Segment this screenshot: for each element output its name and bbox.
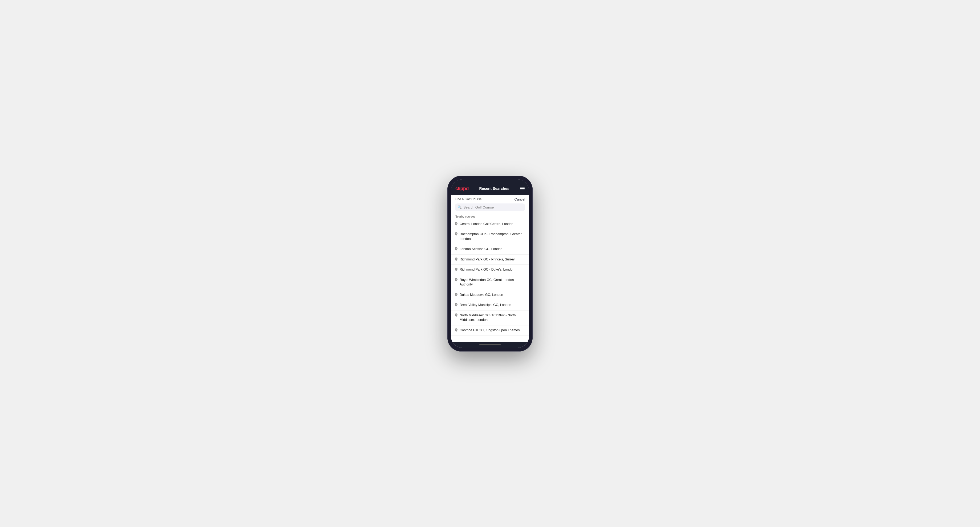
course-list-item[interactable]: Roehampton Club - Roehampton, Greater Lo… [451, 229, 529, 244]
header-title: Recent Searches [479, 186, 509, 190]
status-bar [451, 179, 529, 183]
search-input[interactable] [463, 205, 522, 209]
course-name: London Scottish GC, London [460, 247, 503, 252]
find-label: Find a Golf Course [455, 197, 482, 201]
app-logo: clippd [455, 186, 469, 192]
search-box: 🔍 [455, 203, 525, 211]
course-name: Central London Golf Centre, London [460, 222, 514, 227]
location-pin-icon [455, 222, 458, 226]
course-list-item[interactable]: Brent Valley Municipal GC, London [451, 300, 529, 311]
course-name: Dukes Meadows GC, London [460, 293, 503, 297]
course-name: Roehampton Club - Roehampton, Greater Lo… [460, 232, 525, 241]
content-area: Find a Golf Course Cancel 🔍 Nearby cours… [451, 195, 529, 342]
location-pin-icon [455, 303, 458, 307]
course-list-item[interactable]: London Scottish GC, London [451, 244, 529, 255]
course-list-item[interactable]: Central London Golf Centre, London [451, 219, 529, 230]
location-pin-icon [455, 232, 458, 237]
find-bar: Find a Golf Course Cancel [451, 195, 529, 203]
phone-device: clippd Recent Searches Find a Golf Cours… [447, 176, 533, 351]
course-name: Coombe Hill GC, Kingston upon Thames [460, 328, 520, 333]
location-pin-icon [455, 329, 458, 333]
location-pin-icon [455, 278, 458, 282]
nearby-section-label: Nearby courses [451, 213, 529, 219]
course-name: Richmond Park GC - Duke's, London [460, 267, 514, 272]
course-list-item[interactable]: Richmond Park GC - Duke's, London [451, 265, 529, 275]
course-list-item[interactable]: North Middlesex GC (1011942 - North Midd… [451, 311, 529, 325]
course-list-item[interactable]: Richmond Park GC - Prince's, Surrey [451, 255, 529, 265]
location-pin-icon [455, 313, 458, 318]
search-icon: 🔍 [458, 205, 462, 209]
courses-list: Central London Golf Centre, London Roeha… [451, 219, 529, 342]
home-indicator [451, 342, 529, 348]
phone-screen: clippd Recent Searches Find a Golf Cours… [451, 179, 529, 348]
course-name: Brent Valley Municipal GC, London [460, 303, 511, 308]
course-list-item[interactable]: Royal Wimbledon GC, Great London Authori… [451, 275, 529, 290]
location-pin-icon [455, 268, 458, 272]
course-name: Royal Wimbledon GC, Great London Authori… [460, 278, 525, 287]
course-list-item[interactable]: Coombe Hill GC, Kingston upon Thames [451, 325, 529, 336]
cancel-button[interactable]: Cancel [514, 197, 525, 201]
course-name: North Middlesex GC (1011942 - North Midd… [460, 313, 525, 322]
course-name: Richmond Park GC - Prince's, Surrey [460, 257, 515, 262]
home-bar [479, 344, 501, 345]
menu-icon[interactable] [520, 187, 525, 190]
location-pin-icon [455, 257, 458, 262]
course-list-item[interactable]: Dukes Meadows GC, London [451, 290, 529, 300]
location-pin-icon [455, 293, 458, 297]
app-header: clippd Recent Searches [451, 183, 529, 195]
location-pin-icon [455, 247, 458, 251]
